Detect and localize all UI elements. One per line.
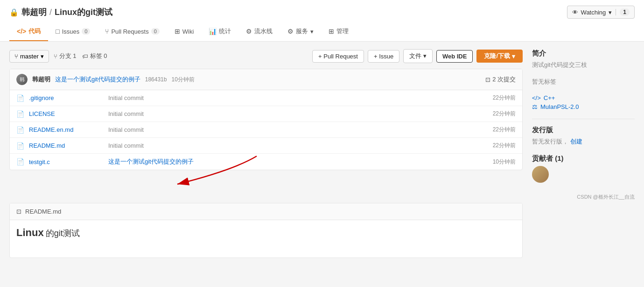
file-name-readme[interactable]: README.md [29, 142, 104, 149]
issues-tab-icon: □ [56, 28, 59, 35]
tab-wiki-label: Wiki [182, 28, 194, 35]
repo-owner[interactable]: 韩超明 [21, 7, 47, 18]
repo-name[interactable]: Linux的git测试 [55, 7, 112, 18]
watching-divider [616, 9, 616, 15]
header-bar: 🔒 韩超明 / Linux的git测试 👁 Watching ▾ 1 </> 代… [0, 0, 644, 42]
file-dropdown-arrow: ▾ [423, 52, 427, 59]
file-row-testgit: 📄 testgit.c 这是一个测试git代码提交的例子 10分钟前 [10, 154, 522, 170]
commits-count: 2 次提交 [492, 75, 516, 84]
dropdown-arrow: ▾ [609, 9, 612, 16]
commit-message[interactable]: 这是一个测试git代码提交的例子 [55, 75, 140, 84]
repo-main: ⑂ master ▾ ⑂ 分支 1 🏷 标签 0 + Pull Request … [9, 49, 523, 258]
tab-manage-label: 管理 [336, 27, 349, 36]
tab-issues[interactable]: □ Issues 0 [48, 22, 98, 41]
branch-dropdown-arrow: ▾ [41, 53, 44, 60]
tab-pr-label: Pull Requests [111, 28, 148, 35]
file-commit-testgit[interactable]: 这是一个测试git代码提交的例子 [108, 158, 488, 166]
readme-header: ⊡ README.md [10, 203, 522, 220]
branches-count: ⑂ 分支 1 [54, 52, 77, 60]
branch-icon: ⑂ [14, 53, 18, 60]
tab-services-label: 服务 [296, 27, 308, 36]
file-icon-readme-en: 📄 [16, 126, 24, 134]
tab-services[interactable]: ⚙ 服务 ▾ [280, 22, 321, 41]
tab-code-label: 代码 [28, 27, 41, 36]
file-row-readme: 📄 README.md Initial commit 22分钟前 [10, 138, 522, 154]
sidebar-divider [532, 119, 635, 119]
services-dropdown-arrow: ▾ [310, 28, 314, 35]
tab-wiki[interactable]: ⊞ Wiki [167, 22, 202, 41]
commits-icon: ⊡ [485, 76, 490, 83]
sidebar-intro-text: 测试git代码提交三枝 [532, 61, 635, 69]
clone-dropdown-arrow: ▾ [512, 53, 515, 60]
file-name-gitignore[interactable]: .gitignore [29, 94, 104, 101]
issue-button[interactable]: + Issue [368, 50, 399, 63]
tab-pipeline-label: 流水线 [254, 27, 273, 36]
file-commit-gitignore: Initial commit [108, 94, 488, 101]
create-release-link[interactable]: 创建 [570, 138, 582, 145]
file-time-readme: 22分钟前 [493, 142, 516, 150]
main-content: ⑂ master ▾ ⑂ 分支 1 🏷 标签 0 + Pull Request … [0, 42, 644, 265]
tab-manage[interactable]: ⊞ 管理 [321, 22, 356, 41]
clone-label: 克隆/下载 [484, 52, 510, 60]
issues-badge: 0 [82, 28, 90, 35]
file-table: 韩 韩超明 这是一个测试git代码提交的例子 186431b 10分钟前 ⊡ 2… [9, 69, 523, 170]
wiki-tab-icon: ⊞ [175, 28, 180, 35]
commit-author[interactable]: 韩超明 [32, 75, 50, 84]
readme-filename: README.md [25, 208, 61, 215]
watching-button[interactable]: 👁 Watching ▾ 1 [567, 6, 635, 19]
toolbar: ⑂ master ▾ ⑂ 分支 1 🏷 标签 0 + Pull Request … [9, 49, 523, 63]
sidebar-lang-row[interactable]: </> C++ [532, 94, 635, 101]
file-name-testgit[interactable]: testgit.c [29, 158, 104, 165]
latest-commit-row: 韩 韩超明 这是一个测试git代码提交的例子 186431b 10分钟前 ⊡ 2… [10, 69, 522, 90]
toolbar-right: + Pull Request + Issue 文件 ▾ Web IDE 克隆/下… [312, 49, 523, 63]
sidebar-contrib-title: 贡献者 (1) [532, 154, 635, 163]
pr-tab-icon: ⑂ [105, 28, 109, 35]
commit-hash: 186431b [145, 76, 167, 83]
repo-title: 🔒 韩超明 / Linux的git测试 [9, 7, 112, 18]
readme-subtitle: 的git测试 [46, 228, 80, 239]
eye-icon: 👁 [572, 9, 578, 16]
sidebar-tags: 暂无标签 [532, 78, 635, 86]
branch-info: ⑂ 分支 1 🏷 标签 0 [54, 52, 107, 60]
contributor-avatar[interactable] [532, 166, 549, 183]
file-time-testgit: 10分钟前 [493, 158, 516, 166]
tab-code[interactable]: </> 代码 [9, 22, 48, 41]
webide-button[interactable]: Web IDE [436, 50, 473, 63]
watching-count: 1 [620, 8, 630, 16]
file-icon-gitignore: 📄 [16, 94, 24, 102]
pipeline-tab-icon: ⚙ [246, 28, 252, 35]
watermark: CSDN @柩外长江__自流 [532, 194, 635, 201]
file-name-license[interactable]: LICENSE [29, 110, 104, 117]
no-release-text: 暂无发行版， [532, 138, 568, 145]
file-icon-readme: 📄 [16, 142, 24, 150]
sidebar-no-tag-text: 暂无标签 [532, 78, 635, 86]
tags-label: 标签 0 [90, 52, 107, 60]
clone-button[interactable]: 克隆/下载 ▾ [476, 50, 523, 63]
file-button[interactable]: 文件 ▾ [403, 49, 433, 63]
readme-body: Linux 的git测试 [10, 220, 522, 258]
file-commit-license: Initial commit [108, 110, 488, 117]
file-icon-testgit: 📄 [16, 158, 24, 165]
lock-icon: 🔒 [9, 8, 19, 17]
file-commit-readme: Initial commit [108, 142, 488, 149]
sidebar-release-text: 暂无发行版， 创建 [532, 137, 635, 146]
watching-label: Watching [581, 9, 606, 16]
sidebar-contributors: 贡献者 (1) [532, 154, 635, 184]
tab-pipeline[interactable]: ⚙ 流水线 [238, 22, 280, 41]
file-table-wrapper: 韩 韩超明 这是一个测试git代码提交的例子 186431b 10分钟前 ⊡ 2… [9, 69, 523, 170]
branches-icon: ⑂ [54, 53, 57, 60]
tab-stats[interactable]: 📊 统计 [201, 22, 238, 41]
tab-issues-label: Issues [62, 28, 80, 35]
nav-tabs: </> 代码 □ Issues 0 ⑂ Pull Requests 0 ⊞ Wi… [9, 22, 635, 41]
pull-request-button[interactable]: + Pull Request [312, 50, 364, 63]
avatar-img: 韩 [16, 74, 28, 85]
file-name-readme-en[interactable]: README.en.md [29, 126, 104, 133]
sidebar-license-row[interactable]: ⚖ MulanPSL-2.0 [532, 103, 635, 110]
file-time-license: 22分钟前 [493, 110, 516, 118]
file-time-readme-en: 22分钟前 [493, 126, 516, 134]
services-tab-icon: ⚙ [287, 28, 294, 35]
tab-stats-label: 统计 [219, 27, 231, 36]
branch-button[interactable]: ⑂ master ▾ [9, 50, 49, 63]
commit-count[interactable]: ⊡ 2 次提交 [485, 75, 516, 84]
tab-pullrequests[interactable]: ⑂ Pull Requests 0 [98, 22, 167, 41]
